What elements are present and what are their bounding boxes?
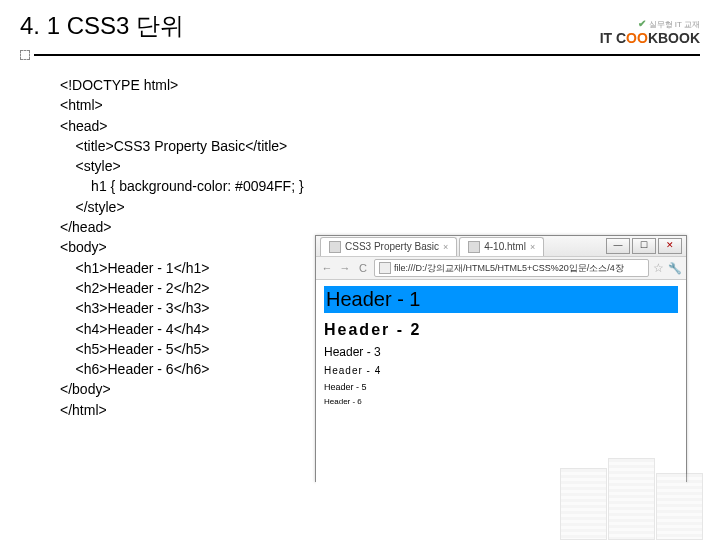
code-line: <title>CSS3 Property Basic</title> <box>60 138 287 154</box>
check-icon: ✔ <box>638 18 646 29</box>
code-line: h1 { background-color: #0094FF; } <box>60 178 304 194</box>
browser-window: CSS3 Property Basic × 4-10.html × — ☐ ✕ … <box>315 235 687 482</box>
code-line: <head> <box>60 118 108 134</box>
close-tab-icon[interactable]: × <box>530 242 535 252</box>
logo-tagline: 실무형 IT 교재 <box>649 20 700 29</box>
tab-label: CSS3 Property Basic <box>345 241 439 252</box>
code-line: </head> <box>60 219 111 235</box>
url-input[interactable]: file:///D:/강의교재/HTML5/HTML5+CSS%20입문/소스/… <box>374 259 649 277</box>
rendered-h2: Header - 2 <box>324 321 678 339</box>
code-line: <h1>Header - 1</h1> <box>60 260 209 276</box>
close-button[interactable]: ✕ <box>658 238 682 254</box>
document-icon <box>329 241 341 253</box>
logo-suffix: KBOOK <box>648 30 700 46</box>
code-line: <body> <box>60 239 107 255</box>
code-line: <h6>Header - 6</h6> <box>60 361 209 377</box>
reload-icon[interactable]: C <box>356 261 370 275</box>
file-icon <box>379 262 391 274</box>
title-rule <box>20 50 700 60</box>
tab-active[interactable]: CSS3 Property Basic × <box>320 237 457 256</box>
logo-prefix: IT C <box>600 30 626 46</box>
logo-brand: IT COOKBOOK <box>600 30 700 46</box>
rule-marker <box>20 50 30 60</box>
code-line: <html> <box>60 97 103 113</box>
maximize-button[interactable]: ☐ <box>632 238 656 254</box>
slide-title: 4. 1 CSS3 단위 <box>20 10 700 42</box>
code-line: <!DOCTYPE html> <box>60 77 178 93</box>
rendered-h6: Header - 6 <box>324 397 678 406</box>
rendered-h4: Header - 4 <box>324 365 678 376</box>
document-icon <box>468 241 480 253</box>
rendered-h5: Header - 5 <box>324 382 678 392</box>
address-bar: ← → C file:///D:/강의교재/HTML5/HTML5+CSS%20… <box>316 257 686 280</box>
close-tab-icon[interactable]: × <box>443 242 448 252</box>
code-line: </style> <box>60 199 125 215</box>
code-line: </body> <box>60 381 111 397</box>
code-line: </html> <box>60 402 107 418</box>
tab-label: 4-10.html <box>484 241 526 252</box>
code-line: <h5>Header - 5</h5> <box>60 341 209 357</box>
window-controls: — ☐ ✕ <box>606 238 682 254</box>
rule-line <box>34 54 700 56</box>
rendered-h1: Header - 1 <box>324 286 678 313</box>
bookmark-icon[interactable]: ☆ <box>653 261 664 275</box>
back-icon[interactable]: ← <box>320 261 334 275</box>
code-line: <h3>Header - 3</h3> <box>60 300 209 316</box>
logo-highlight: OO <box>626 30 648 46</box>
settings-icon[interactable]: 🔧 <box>668 261 682 275</box>
window-titlebar: CSS3 Property Basic × 4-10.html × — ☐ ✕ <box>316 236 686 257</box>
code-line: <h2>Header - 2</h2> <box>60 280 209 296</box>
url-text: file:///D:/강의교재/HTML5/HTML5+CSS%20입문/소스/… <box>394 262 624 275</box>
tab-inactive[interactable]: 4-10.html × <box>459 237 544 256</box>
minimize-button[interactable]: — <box>606 238 630 254</box>
forward-icon[interactable]: → <box>338 261 352 275</box>
rendered-page: Header - 1 Header - 2 Header - 3 Header … <box>316 280 686 491</box>
rendered-h3: Header - 3 <box>324 345 678 359</box>
code-line: <style> <box>60 158 121 174</box>
code-line: <h4>Header - 4</h4> <box>60 321 209 337</box>
logo-area: ✔ 실무형 IT 교재 IT COOKBOOK <box>600 18 700 46</box>
